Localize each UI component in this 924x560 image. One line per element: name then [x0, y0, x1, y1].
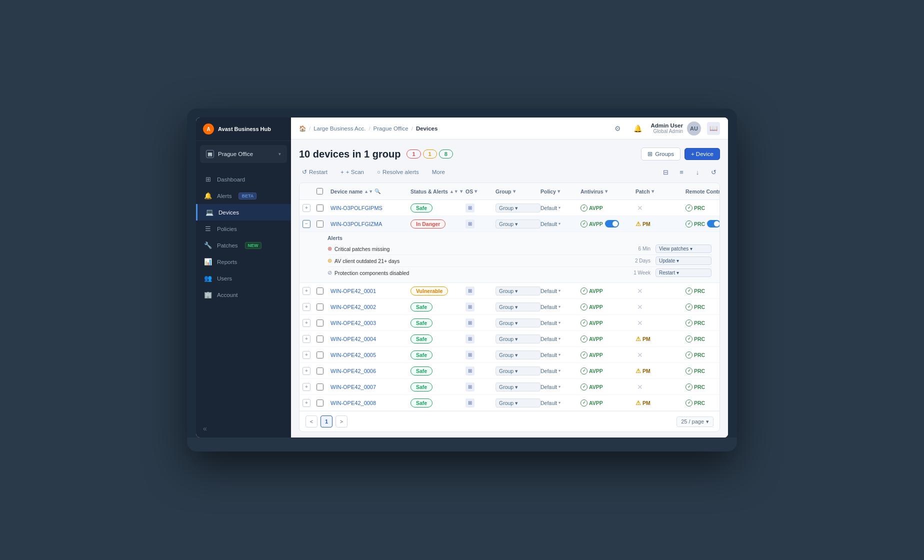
status-sort-icon[interactable]: ▲▼: [450, 189, 458, 194]
row-expand-btn[interactable]: +: [302, 335, 310, 343]
alert-action-2[interactable]: Update ▾: [656, 256, 712, 265]
policy-select[interactable]: Default ▾: [540, 288, 580, 294]
sidebar-item-policies[interactable]: ☰ Policies: [196, 220, 291, 237]
sidebar-item-patches[interactable]: 🔧 Patches NEW: [196, 237, 291, 254]
main-content: 🏠 / Large Business Acc. / Prague Office …: [291, 118, 728, 438]
device-name-link[interactable]: WIN-OPE42_0004: [330, 336, 410, 342]
alert-action-1[interactable]: View patches ▾: [656, 244, 712, 253]
sidebar-item-account[interactable]: 🏢 Account: [196, 286, 291, 303]
row-checkbox[interactable]: [316, 288, 324, 294]
prev-page-btn[interactable]: <: [306, 416, 318, 428]
group-filter-icon[interactable]: ▾: [513, 188, 516, 194]
sidebar-item-devices[interactable]: 💻 Devices: [196, 204, 291, 220]
page-title: 10 devices in 1 group: [299, 148, 400, 160]
row-expand-btn[interactable]: +: [302, 399, 310, 407]
group-select[interactable]: Group ▾: [496, 334, 540, 344]
policy-select[interactable]: Default ▾: [540, 368, 580, 374]
view-refresh-icon[interactable]: ↺: [707, 166, 720, 178]
group-select[interactable]: Group ▾: [496, 398, 540, 408]
breadcrumb-home-icon[interactable]: 🏠: [299, 125, 306, 132]
policy-select[interactable]: Default ▾: [540, 352, 580, 358]
device-name-link[interactable]: WIN-OPE42_0007: [330, 384, 410, 390]
name-filter-icon[interactable]: 🔍: [374, 188, 380, 194]
per-page-select[interactable]: 25 / page ▾: [676, 416, 714, 427]
row-expand-btn[interactable]: +: [302, 204, 310, 212]
group-select[interactable]: Group ▾: [496, 366, 540, 376]
policy-select[interactable]: Default ▾: [540, 304, 580, 310]
row-checkbox[interactable]: [316, 204, 324, 212]
policy-filter-icon[interactable]: ▾: [558, 188, 560, 194]
notifications-btn[interactable]: 🔔: [630, 122, 644, 136]
row-expand-btn[interactable]: +: [302, 351, 310, 359]
group-select[interactable]: Group ▾: [496, 220, 540, 228]
sidebar-item-users[interactable]: 👥 Users: [196, 270, 291, 286]
device-name-link[interactable]: WIN-OPE42_0002: [330, 304, 410, 310]
group-select[interactable]: Group ▾: [496, 302, 540, 312]
user-menu[interactable]: Admin User Global Admin AU: [650, 122, 701, 136]
patch-filter-icon[interactable]: ▾: [652, 188, 654, 194]
row-checkbox[interactable]: [316, 336, 324, 342]
name-sort-icon[interactable]: ▲▼: [364, 189, 373, 194]
settings-btn[interactable]: ⚙: [610, 122, 624, 136]
group-select[interactable]: Group ▾: [496, 204, 540, 212]
scan-btn[interactable]: + + Scan: [338, 167, 367, 177]
policy-select[interactable]: Default ▾: [540, 336, 580, 342]
row-expand-btn[interactable]: +: [302, 383, 310, 391]
view-export-icon[interactable]: ↓: [691, 166, 704, 178]
alert-action-3[interactable]: Restart ▾: [656, 268, 712, 277]
av-filter-icon[interactable]: ▾: [605, 188, 608, 194]
policy-select[interactable]: Default ▾: [540, 221, 580, 227]
view-list-icon[interactable]: ≡: [675, 166, 688, 178]
policy-select[interactable]: Default ▾: [540, 205, 580, 211]
breadcrumb-office[interactable]: Prague Office: [374, 126, 408, 132]
page-header: 10 devices in 1 group 1 1 8 ⊞ Groups: [299, 148, 720, 160]
groups-btn[interactable]: ⊞ Groups: [641, 148, 680, 160]
add-device-btn[interactable]: + Device: [684, 148, 720, 160]
restart-btn[interactable]: ↺ Restart: [299, 166, 330, 178]
group-select[interactable]: Group ▾: [496, 286, 540, 296]
resolve-alerts-btn[interactable]: ○ Resolve alerts: [374, 167, 422, 177]
device-name-link[interactable]: WIN-OPE42_0005: [330, 352, 410, 358]
av-toggle[interactable]: [605, 220, 619, 228]
device-name-link[interactable]: WIN-O3POLFGIZMA: [330, 221, 410, 227]
policy-select[interactable]: Default ▾: [540, 400, 580, 406]
row-checkbox[interactable]: [316, 220, 324, 228]
av-icon: ✓: [580, 288, 588, 294]
alert-item-av: ⊛ AV client outdated 21+ days: [328, 258, 620, 264]
row-checkbox[interactable]: [316, 352, 324, 358]
select-all-checkbox[interactable]: [316, 188, 323, 194]
sidebar-item-alerts[interactable]: 🔔 Alerts BETA: [196, 188, 291, 204]
os-filter-icon[interactable]: ▾: [474, 188, 477, 194]
org-selector[interactable]: 🏢 Prague Office ▾: [200, 145, 287, 163]
breadcrumb-account[interactable]: Large Business Acc.: [314, 126, 366, 132]
device-name-link[interactable]: WIN-OPE42_0008: [330, 400, 410, 406]
device-name-link[interactable]: WIN-OPE42_0006: [330, 368, 410, 374]
device-name-link[interactable]: WIN-OPE42_0003: [330, 320, 410, 326]
sidebar-collapse-btn[interactable]: «: [196, 420, 291, 438]
group-select[interactable]: Group ▾: [496, 318, 540, 328]
policy-select[interactable]: Default ▾: [540, 320, 580, 326]
device-name-link[interactable]: WIN-OPE42_0001: [330, 288, 410, 294]
group-select[interactable]: Group ▾: [496, 382, 540, 392]
row-expand-btn[interactable]: −: [302, 220, 310, 228]
next-page-btn[interactable]: >: [336, 416, 348, 428]
group-select[interactable]: Group ▾: [496, 350, 540, 360]
row-expand-btn[interactable]: +: [302, 367, 310, 375]
device-name-link[interactable]: WIN-O3POLFGIPMS: [330, 205, 410, 211]
row-checkbox[interactable]: [316, 320, 324, 326]
remote-toggle[interactable]: [707, 220, 720, 228]
row-checkbox[interactable]: [316, 304, 324, 310]
row-expand-btn[interactable]: +: [302, 319, 310, 327]
row-checkbox[interactable]: [316, 384, 324, 390]
row-checkbox[interactable]: [316, 400, 324, 406]
sidebar-item-reports[interactable]: 📊 Reports: [196, 254, 291, 270]
view-columns-icon[interactable]: ⊟: [659, 166, 672, 178]
row-expand-btn[interactable]: +: [302, 287, 310, 295]
sidebar-item-dashboard[interactable]: ⊞ Dashboard: [196, 171, 291, 188]
policy-select[interactable]: Default ▾: [540, 384, 580, 390]
status-filter-icon[interactable]: ▾: [460, 188, 462, 194]
help-icon[interactable]: 📖: [707, 122, 720, 135]
row-checkbox[interactable]: [316, 368, 324, 374]
more-btn[interactable]: More: [429, 167, 448, 177]
row-expand-btn[interactable]: +: [302, 303, 310, 311]
